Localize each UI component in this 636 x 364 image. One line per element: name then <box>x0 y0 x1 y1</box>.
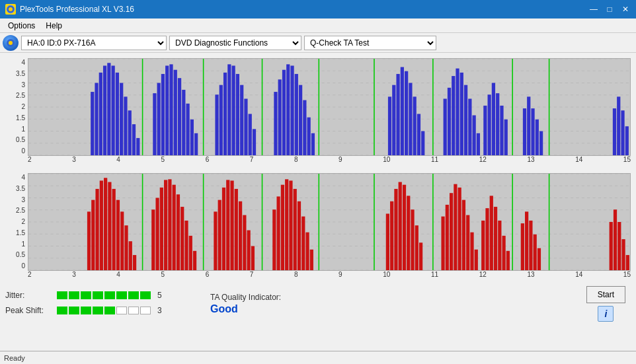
svg-rect-58 <box>396 74 399 155</box>
svg-rect-36 <box>215 94 218 155</box>
function-selector[interactable]: DVD Diagnostic Functions <box>169 36 301 50</box>
svg-rect-57 <box>392 85 395 155</box>
ta-quality-section: TA Quality Indicator: Good <box>210 293 281 315</box>
svg-rect-156 <box>415 225 418 270</box>
svg-rect-18 <box>112 65 115 155</box>
minimize-button[interactable]: — <box>588 5 599 13</box>
svg-rect-28 <box>165 65 169 155</box>
top-chart-body <box>28 58 631 156</box>
svg-rect-124 <box>177 194 180 270</box>
svg-rect-112 <box>112 189 116 270</box>
svg-rect-47 <box>278 79 282 155</box>
info-button[interactable]: i <box>598 306 614 322</box>
svg-rect-129 <box>214 211 217 270</box>
svg-rect-110 <box>104 178 107 270</box>
svg-rect-163 <box>462 200 465 270</box>
svg-rect-118 <box>151 209 155 270</box>
svg-rect-16 <box>103 65 106 155</box>
right-buttons: Start i <box>586 286 625 322</box>
svg-rect-183 <box>626 255 629 270</box>
toolbar: HA:0 ID:0 PX-716A DVD Diagnostic Functio… <box>0 33 636 53</box>
svg-rect-151 <box>394 189 397 270</box>
svg-rect-116 <box>129 241 132 270</box>
svg-rect-144 <box>294 189 297 270</box>
svg-rect-68 <box>456 69 459 155</box>
svg-rect-133 <box>230 180 233 270</box>
svg-rect-82 <box>531 108 534 155</box>
svg-rect-29 <box>169 64 173 155</box>
svg-rect-132 <box>226 180 229 270</box>
svg-rect-62 <box>413 96 417 155</box>
svg-rect-34 <box>190 120 194 155</box>
svg-rect-142 <box>285 179 288 270</box>
peak-shift-meter <box>57 307 151 314</box>
svg-rect-22 <box>128 110 132 155</box>
svg-rect-136 <box>243 215 246 270</box>
svg-rect-107 <box>91 200 95 270</box>
svg-rect-162 <box>458 188 461 270</box>
svg-rect-31 <box>178 78 181 155</box>
peak-shift-value: 3 <box>157 306 162 315</box>
close-button[interactable]: ✕ <box>620 5 631 13</box>
status-text: Ready <box>4 354 25 362</box>
start-button[interactable]: Start <box>586 286 625 303</box>
top-chart: 4 3.5 3 2.5 2 1.5 1 0.5 0 <box>3 55 633 168</box>
svg-rect-19 <box>116 73 119 155</box>
svg-rect-174 <box>521 223 524 270</box>
ta-quality-label: TA Quality Indicator: <box>210 293 281 302</box>
svg-rect-78 <box>500 106 503 155</box>
svg-rect-45 <box>253 129 256 155</box>
svg-rect-127 <box>189 236 192 270</box>
svg-rect-167 <box>481 221 485 270</box>
svg-rect-80 <box>523 108 526 155</box>
svg-rect-175 <box>525 211 528 270</box>
svg-rect-21 <box>124 96 127 155</box>
svg-rect-145 <box>298 201 301 270</box>
svg-rect-79 <box>504 120 508 155</box>
svg-rect-87 <box>621 110 624 155</box>
svg-rect-106 <box>87 211 91 270</box>
svg-rect-84 <box>539 131 543 156</box>
svg-rect-52 <box>299 85 302 155</box>
svg-rect-46 <box>274 92 277 155</box>
bottom-chart-body <box>28 173 631 271</box>
svg-rect-54 <box>307 118 311 155</box>
svg-rect-67 <box>452 76 455 155</box>
svg-rect-13 <box>91 92 94 155</box>
maximize-button[interactable]: □ <box>604 5 615 13</box>
svg-rect-148 <box>310 250 313 270</box>
svg-rect-160 <box>450 193 453 270</box>
svg-rect-44 <box>249 114 252 155</box>
svg-rect-157 <box>419 242 422 270</box>
svg-rect-130 <box>218 200 221 270</box>
svg-rect-165 <box>470 233 473 270</box>
svg-rect-15 <box>99 73 102 155</box>
svg-rect-147 <box>305 233 309 270</box>
svg-rect-69 <box>460 73 463 155</box>
charts-area: 4 3.5 3 2.5 2 1.5 1 0.5 0 <box>0 53 636 283</box>
svg-point-3 <box>9 41 13 45</box>
svg-rect-181 <box>617 222 621 270</box>
svg-rect-140 <box>277 196 280 270</box>
svg-rect-66 <box>448 88 451 155</box>
peak-shift-row: Peak Shift: 3 <box>5 306 190 315</box>
svg-rect-153 <box>403 185 406 270</box>
svg-rect-70 <box>464 85 467 155</box>
menu-options[interactable]: Options <box>3 20 40 32</box>
svg-rect-178 <box>537 248 541 270</box>
menu-help[interactable]: Help <box>40 20 67 32</box>
svg-rect-126 <box>184 221 188 270</box>
svg-rect-76 <box>492 83 495 156</box>
svg-rect-155 <box>411 209 414 270</box>
ta-quality-value: Good <box>210 303 281 315</box>
svg-rect-111 <box>108 182 111 270</box>
svg-rect-73 <box>477 133 480 155</box>
drive-icon <box>3 35 19 51</box>
svg-rect-173 <box>506 251 510 270</box>
top-chart-x-axis: 2 3 4 5 6 7 8 9 10 11 12 13 14 15 <box>28 156 631 168</box>
svg-rect-63 <box>417 114 420 155</box>
svg-rect-77 <box>496 93 499 155</box>
drive-selector[interactable]: HA:0 ID:0 PX-716A <box>21 36 167 50</box>
test-selector[interactable]: Q-Check TA Test <box>304 36 436 50</box>
svg-rect-33 <box>186 104 189 155</box>
